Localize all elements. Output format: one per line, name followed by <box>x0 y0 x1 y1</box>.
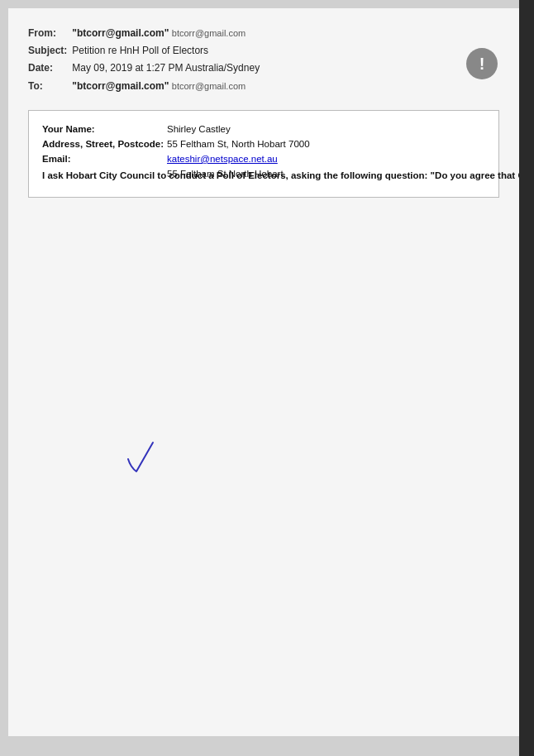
from-light-text: btcorr@gmail.com <box>172 28 246 38</box>
address-value: 55 Feltham St, North Hobart 7000 <box>167 137 485 152</box>
email-header: From: "btcorr@gmail.com" btcorr@gmail.co… <box>28 25 501 95</box>
address-label: Address, Street, Postcode: <box>42 137 167 152</box>
petition-label: I ask Hobart City Council to conduct a P… <box>42 167 167 186</box>
email-value: kateshir@netspace.net.au <box>167 152 485 167</box>
name-value: Shirley Castley <box>167 122 485 137</box>
signature-area <box>107 430 174 482</box>
email-label: Email: <box>42 152 167 167</box>
subject-label: Subject: <box>28 42 72 60</box>
signature-svg <box>107 430 174 480</box>
dark-edge <box>519 0 534 756</box>
to-bold-text: "btcorr@gmail.com" <box>72 80 169 92</box>
email-link[interactable]: kateshir@netspace.net.au <box>167 154 278 164</box>
to-value: "btcorr@gmail.com" btcorr@gmail.com <box>72 78 263 95</box>
name-label: Your Name: <box>42 122 167 137</box>
petition-text: I ask Hobart City Council to conduct a P… <box>42 169 154 183</box>
date-value: May 09, 2019 at 1:27 PM Australia/Sydney <box>72 60 263 77</box>
content-box: Your Name: Shirley Castley Address, Stre… <box>28 110 499 199</box>
date-label: Date: <box>28 60 72 77</box>
email-page: From: "btcorr@gmail.com" btcorr@gmail.co… <box>8 8 521 736</box>
subject-value: Petition re HnH Poll of Electors <box>72 42 263 60</box>
alert-badge: ! <box>466 48 498 79</box>
from-value: "btcorr@gmail.com" btcorr@gmail.com <box>72 25 263 42</box>
to-light-text: btcorr@gmail.com <box>172 81 246 91</box>
to-label: To: <box>28 78 72 95</box>
from-bold-text: "btcorr@gmail.com" <box>72 27 169 39</box>
from-label: From: <box>28 25 72 42</box>
